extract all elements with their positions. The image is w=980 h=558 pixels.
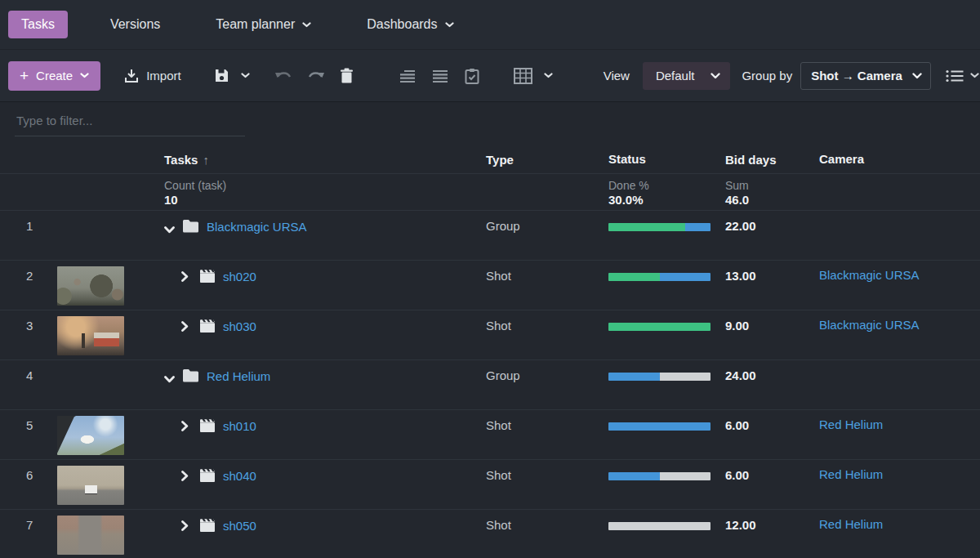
camera-cell [819,211,980,260]
undo-button[interactable] [274,70,292,82]
task-name-cell: sh010 [161,410,486,459]
task-name-cell: sh040 [161,460,486,509]
chevron-right-icon[interactable] [181,320,192,335]
summary-bid: Sum 46.0 [723,179,819,210]
summary-tasks: Count (task) 10 [161,179,486,210]
tab-team-planner[interactable]: Team planner [203,11,324,38]
chevron-down-icon [912,73,922,79]
camera-link[interactable]: Blackmagic URSA [819,268,920,282]
shot-thumbnail[interactable] [57,316,124,355]
shot-row: 6sh040Shot6.00Red Helium [0,460,980,510]
shot-link[interactable]: sh020 [223,269,256,285]
task-checklist-button[interactable] [465,68,479,84]
status-cell [608,410,723,459]
status-progress-bar [608,472,710,480]
grid-view-button[interactable] [514,68,532,84]
status-progress-bar [608,223,710,231]
shot-thumbnail[interactable] [57,266,124,306]
collapse-groups-button[interactable] [399,69,416,83]
chevron-down-icon [80,73,89,78]
tasks-table: Tasks ↑ Type Status Bid days Camera Coun… [0,143,980,558]
camera-link[interactable]: Red Helium [819,417,883,431]
camera-cell: Red Helium [819,510,980,558]
view-select[interactable]: Default [643,62,731,90]
group-by-select[interactable]: Shot → Camera [800,62,931,90]
camera-link[interactable]: Red Helium [819,517,883,531]
shot-row: 3sh030Shot9.00Blackmagic URSA [0,310,980,360]
shot-link[interactable]: sh030 [223,319,256,335]
shot-thumbnail[interactable] [57,416,124,455]
group-by-value: Shot → Camera [811,69,902,83]
save-dropdown-button[interactable] [241,73,250,78]
chevron-down-icon[interactable] [164,222,175,237]
chevron-right-icon[interactable] [181,470,192,484]
plus-icon: + [20,68,29,83]
chevron-right-icon[interactable] [181,520,192,534]
delete-button[interactable] [340,68,354,83]
camera-link[interactable]: Blackmagic URSA [819,318,920,332]
status-segment-gray [660,472,711,480]
tab-dashboards[interactable]: Dashboards [354,11,466,38]
trash-icon [340,68,354,83]
tab-tasks[interactable]: Tasks [8,11,68,38]
shot-link[interactable]: sh050 [223,518,256,534]
column-header-camera[interactable]: Camera [819,152,980,167]
shot-clapper-icon [199,418,216,435]
chevron-down-icon [710,73,720,79]
task-name-cell: sh050 [161,510,486,558]
summary-camera [819,179,980,210]
bid-days-cell: 6.00 [723,410,819,459]
tab-versions[interactable]: Versions [97,11,173,38]
bid-days-cell: 9.00 [723,310,819,359]
group-by-label: Group by [742,69,792,83]
chevron-down-icon [970,73,979,78]
row-number: 7 [0,510,49,558]
expand-groups-button[interactable] [432,69,448,83]
status-cell [608,460,723,509]
thumbnail-cell [49,211,161,260]
chevron-right-icon[interactable] [181,420,192,435]
summary-spacer [0,179,161,210]
status-progress-bar [608,273,710,281]
row-number: 4 [0,360,49,409]
shot-thumbnail[interactable] [57,516,124,555]
camera-cell: Blackmagic URSA [819,310,980,359]
shot-thumbnail[interactable] [57,466,124,505]
status-progress-bar [608,323,710,331]
task-name-cell: sh020 [161,261,486,310]
column-header-tasks[interactable]: Tasks ↑ [161,153,486,167]
save-button[interactable] [214,68,229,83]
chevron-right-icon[interactable] [181,270,192,285]
import-button[interactable]: Import [123,68,181,84]
save-icon [214,68,229,83]
thumbnail-cell [49,261,161,310]
create-button[interactable]: + Create [8,61,100,91]
group-row: 4Red HeliumGroup24.00 [0,360,980,410]
list-options-button[interactable] [946,69,979,83]
grid-view-dropdown[interactable] [544,73,553,78]
shot-link[interactable]: sh010 [223,418,256,435]
thumbnail-cell [49,410,161,459]
column-header-bid-days[interactable]: Bid days [723,153,819,167]
clipboard-check-icon [465,68,479,84]
bid-days-cell: 22.00 [723,211,819,260]
table-body: 1Blackmagic URSAGroup22.002sh020Shot13.0… [0,211,980,558]
camera-link[interactable]: Red Helium [819,467,883,481]
toolbar: + Create Import [0,50,980,102]
shot-clapper-icon [199,319,216,336]
import-label: Import [146,69,181,83]
shot-link[interactable]: sh040 [223,468,256,484]
filter-input[interactable] [15,107,245,136]
camera-cell: Red Helium [819,460,980,509]
status-cell [608,510,723,558]
status-segment-blue [608,472,660,480]
chevron-down-icon [544,73,553,78]
chevron-down-icon[interactable] [164,372,175,386]
column-header-type[interactable]: Type [486,153,608,167]
redo-button[interactable] [307,70,325,82]
type-cell: Shot [486,261,608,310]
group-link[interactable]: Blackmagic URSA [207,219,307,235]
group-link[interactable]: Red Helium [207,368,270,385]
chevron-down-icon [241,73,250,78]
column-header-status[interactable]: Status [608,152,723,167]
